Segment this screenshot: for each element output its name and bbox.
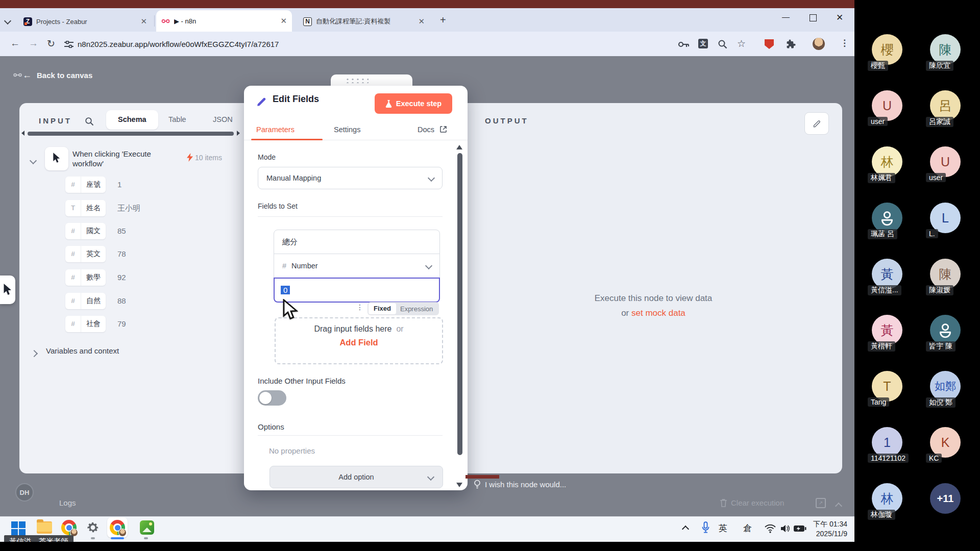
scroll-up-arrow[interactable] (456, 145, 462, 149)
participant-avatar[interactable]: 林 (872, 146, 902, 177)
user-badge[interactable]: DH (15, 483, 34, 502)
tray-chevron-icon[interactable] (683, 524, 688, 534)
schema-field-row[interactable]: # 座號 1 (0, 177, 244, 193)
tab-close-icon[interactable]: ✕ (418, 17, 425, 26)
participant-avatar[interactable]: 陳 (930, 259, 961, 289)
overflow-participants-badge[interactable]: +11 (930, 483, 961, 514)
node-collapse-chevron[interactable] (31, 156, 36, 165)
field-name-input[interactable]: 總分 (274, 230, 440, 254)
new-tab-button[interactable]: + (440, 14, 446, 26)
participant-avatar[interactable]: 陳 (930, 34, 961, 65)
field-badge[interactable]: T 姓名 (65, 200, 106, 216)
field-badge[interactable]: # 自然 (65, 293, 106, 309)
tab-projects-zeabur[interactable]: Z Projects - Zeabur ✕ (18, 11, 152, 32)
fixed-expression-toggle[interactable]: Fixed Expression (368, 302, 439, 315)
field-badge[interactable]: # 座號 (65, 177, 106, 193)
collapse-logs-chevron[interactable] (836, 502, 841, 511)
tab-close-icon[interactable]: ✕ (140, 17, 147, 26)
bookmark-star-icon[interactable]: ☆ (737, 38, 746, 49)
field-badge[interactable]: # 英文 (65, 246, 106, 262)
participant-avatar[interactable]: 黃 (872, 315, 902, 345)
minimize-button[interactable]: — (782, 12, 790, 21)
settings-gear-icon[interactable] (86, 520, 100, 535)
schema-field-row[interactable]: T 姓名 王小明 (0, 200, 244, 216)
variables-and-context[interactable]: Variables and context (46, 346, 119, 355)
field-badge[interactable]: # 社會 (65, 316, 106, 332)
schema-field-row[interactable]: # 國文 85 (0, 223, 244, 239)
schema-field-row[interactable]: # 數學 92 (0, 269, 244, 286)
tab-search-chevron-icon[interactable] (5, 16, 10, 26)
participant-avatar[interactable]: K (930, 427, 961, 458)
image-editor-icon[interactable] (140, 520, 155, 535)
forward-nav-icon[interactable]: → (29, 38, 38, 49)
schema-field-row[interactable]: # 自然 88 (0, 293, 244, 309)
param-options-dots-icon[interactable]: ⋮ (356, 303, 363, 311)
password-key-icon[interactable] (678, 41, 689, 48)
dialog-scrollbar[interactable] (457, 153, 462, 455)
schema-field-row[interactable]: # 英文 78 (0, 246, 244, 262)
reload-icon[interactable]: ↻ (47, 38, 55, 49)
close-button[interactable]: ✕ (836, 12, 843, 23)
translate-icon[interactable]: 文 (698, 39, 708, 48)
fixed-option[interactable]: Fixed (369, 303, 396, 314)
field-badge[interactable]: # 數學 (65, 269, 106, 286)
logs-label[interactable]: Logs (59, 498, 76, 507)
edit-output-button[interactable] (804, 112, 829, 135)
tab-notion-notes[interactable]: N 自動化課程筆記:資料複製 ✕ (298, 11, 430, 32)
tab-n8n-active[interactable]: ▶ - n8n ✕ (156, 10, 292, 32)
field-type-select[interactable]: # Number (274, 254, 440, 278)
hscroll-left-arrow[interactable] (21, 131, 24, 136)
participant-avatar[interactable]: 呂 (930, 90, 961, 121)
file-explorer-icon[interactable] (37, 520, 52, 535)
set-mock-data-link[interactable]: set mock data (631, 308, 685, 318)
chrome-icon[interactable] (61, 520, 77, 535)
tab-docs[interactable]: Docs (418, 126, 434, 134)
drag-drop-zone[interactable]: Drag input fields here or Add Field (275, 317, 443, 364)
tab-schema[interactable]: Schema (118, 115, 146, 123)
source-node-title[interactable]: When clicking 'Executeworkflow' (72, 149, 151, 168)
participant-avatar[interactable]: L (930, 203, 961, 233)
url-text[interactable]: n8n2025.zeabur.app/workflow/e0oWfxEGGZC4… (78, 40, 279, 48)
lens-search-icon[interactable] (718, 39, 727, 49)
hscroll-right-arrow[interactable] (237, 131, 240, 136)
ime-mode[interactable]: 倉 (743, 522, 752, 534)
maximize-button[interactable] (810, 14, 817, 21)
participant-avatar[interactable]: U (930, 146, 961, 177)
tab-parameters[interactable]: Parameters (256, 126, 295, 134)
active-chrome-window[interactable] (107, 517, 128, 538)
field-badge[interactable]: # 國文 (65, 223, 106, 239)
extensions-puzzle-icon[interactable] (786, 39, 796, 49)
pop-out-logs-icon[interactable]: ↗ (816, 498, 826, 508)
back-to-canvas[interactable]: ← Back to canvas (22, 70, 92, 81)
expression-option[interactable]: Expression (396, 305, 437, 313)
browser-menu-icon[interactable]: ⋮ (840, 38, 849, 48)
participant-avatar[interactable] (872, 203, 902, 233)
wish-node-prompt[interactable]: I wish this node would... (485, 480, 566, 489)
taskbar-clock[interactable]: 下午 01:342025/11/9 (805, 519, 847, 539)
include-other-fields-toggle[interactable] (258, 390, 286, 406)
participant-avatar[interactable]: 如鄭 (930, 371, 961, 402)
schema-field-row[interactable]: # 社會 79 (0, 316, 244, 332)
tab-json[interactable]: JSON (213, 115, 233, 123)
participant-avatar[interactable] (930, 315, 961, 345)
microphone-icon[interactable] (701, 521, 710, 534)
field-value-input[interactable]: 0 (274, 278, 440, 303)
battery-icon[interactable] (793, 525, 806, 532)
site-info-icon[interactable] (64, 41, 74, 48)
scroll-down-arrow[interactable] (456, 483, 462, 487)
participant-avatar[interactable]: 林 (872, 483, 902, 514)
wifi-icon[interactable] (765, 524, 776, 533)
start-button[interactable] (11, 521, 26, 536)
clear-execution-button[interactable]: Clear execution (731, 498, 784, 507)
tab-close-icon[interactable]: ✕ (280, 16, 287, 26)
add-option-button[interactable]: Add option (270, 466, 443, 488)
speaker-icon[interactable] (780, 524, 790, 533)
tab-settings[interactable]: Settings (334, 126, 360, 134)
add-field-button[interactable]: Add Field (276, 338, 442, 347)
back-nav-icon[interactable]: ← (10, 38, 20, 49)
trigger-node-icon[interactable] (45, 147, 68, 170)
participant-avatar[interactable]: 黃 (872, 259, 902, 289)
search-icon[interactable] (85, 117, 94, 126)
execute-step-button[interactable]: Execute step (375, 93, 452, 114)
horizontal-scrollbar[interactable] (28, 132, 234, 136)
